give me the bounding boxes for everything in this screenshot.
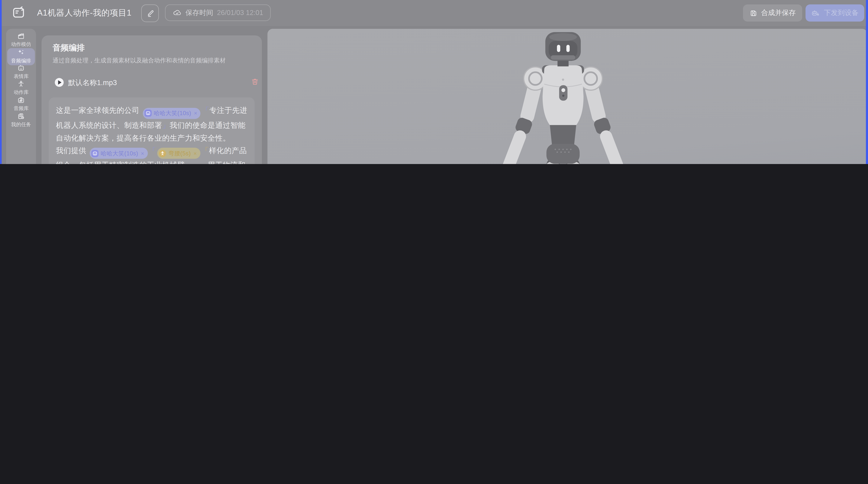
merge-save-label: 合成并保存 xyxy=(761,8,796,18)
panel-title: 音频编排 xyxy=(53,42,85,53)
save-time-value: 26/01/03 12:01 xyxy=(217,9,263,17)
script-bracket: 」 xyxy=(192,161,200,164)
top-bar: A1机器人动作-我的项目1 保存时间 26/01/03 12:01 xyxy=(2,0,866,26)
sidebar-item-expression-lib[interactable]: 表情库 xyxy=(7,64,35,80)
deploy-label: 下发到设备 xyxy=(824,8,859,18)
sidebar-item-my-tasks[interactable]: 我的任务 xyxy=(7,112,35,128)
save-icon xyxy=(749,9,757,17)
script-bracket: 」 xyxy=(200,161,208,164)
stage-region: Z Y X xyxy=(267,29,867,164)
app-logo-icon xyxy=(12,6,26,20)
script-text-segment: 这是一家全球领先的公司 xyxy=(56,106,142,115)
sidebar-item-label: 动作模仿 xyxy=(11,41,31,47)
panel-subtitle: 通过音频处理，生成音频素材以及融合动作和表情的音频编排素材 xyxy=(53,57,226,64)
sidebar-item-label: 动作库 xyxy=(13,89,29,96)
app-window: A1机器人动作-我的项目1 保存时间 26/01/03 12:01 xyxy=(0,0,868,164)
save-status: 保存时间 26/01/03 12:01 xyxy=(165,4,271,21)
robot-download-icon xyxy=(811,9,820,18)
deploy-to-device-button[interactable]: 下发到设备 xyxy=(806,4,864,22)
trash-icon xyxy=(251,77,259,86)
script-editor[interactable]: 这是一家全球领先的公司 哈哈大笑(10s)×「专注于先进机器人系统的设计、制造和… xyxy=(49,97,255,164)
remove-tag-icon[interactable]: × xyxy=(194,147,197,160)
expression-tag-icon xyxy=(91,150,98,157)
remove-tag-icon[interactable]: × xyxy=(141,147,144,160)
sidebar-item-label: 音频编排 xyxy=(11,58,31,64)
sidebar-item-audio-arrange[interactable]: 音频编排 xyxy=(7,48,35,65)
save-time-label: 保存时间 xyxy=(186,8,213,18)
audio-arrange-panel: 音频编排 通过音频处理，生成音频素材以及融合动作和表情的音频编排素材 默认名称1… xyxy=(41,35,262,164)
remove-tag-icon[interactable]: × xyxy=(194,107,197,120)
expression-tag-icon xyxy=(144,109,151,117)
expression-lib-icon xyxy=(17,64,25,72)
script-bracket: 「 xyxy=(201,147,209,155)
project-title: A1机器人动作-我的项目1 xyxy=(37,0,131,26)
action-lib-icon xyxy=(17,80,25,88)
sidebar-item-label: 我的任务 xyxy=(11,121,31,128)
clapper-icon xyxy=(17,32,25,39)
pencil-icon xyxy=(146,9,154,18)
expression-tag[interactable]: 哈哈大笑(10s)× xyxy=(90,148,148,159)
script-text: 这是一家全球领先的公司 哈哈大笑(10s)×「专注于先进机器人系统的设计、制造和… xyxy=(56,104,247,164)
merge-save-button[interactable]: 合成并保存 xyxy=(743,4,802,22)
expression-tag[interactable]: 哈哈大笑(10s)× xyxy=(143,107,200,119)
tasks-icon xyxy=(17,112,25,120)
sidebar-nav: 动作模仿音频编排表情库动作库音频库我的任务 xyxy=(6,29,36,164)
delete-audio-button[interactable] xyxy=(251,77,259,86)
sidebar-item-label: 音频库 xyxy=(13,105,29,112)
action-tag[interactable]: 弯腰(5s)× xyxy=(157,148,200,159)
sidebar-item-audio-lib[interactable]: 音频库 xyxy=(7,96,35,112)
tag-label: 弯腰(5s) xyxy=(168,147,191,160)
script-bracket: 「 xyxy=(202,106,209,115)
audio-file-name: 默认名称1.mp3 xyxy=(68,78,117,88)
action-tag-icon xyxy=(159,150,166,157)
script-bracket: 」 xyxy=(162,121,169,129)
script-bracket: 「 xyxy=(149,147,156,155)
cloud-check-icon xyxy=(173,8,182,17)
robot-model[interactable] xyxy=(489,31,637,164)
sidebar-item-label: 表情库 xyxy=(13,73,29,80)
audio-play-button[interactable] xyxy=(55,78,64,87)
sidebar-item-motion-mimic[interactable]: 动作模仿 xyxy=(7,32,35,47)
viewport-3d[interactable]: Z Y X xyxy=(267,29,867,164)
sidebar-item-action-lib[interactable]: 动作库 xyxy=(7,80,35,96)
tag-label: 哈哈大笑(10s) xyxy=(154,107,191,120)
rename-project-button[interactable] xyxy=(141,4,159,22)
script-text-segment: 我们提供 xyxy=(56,147,88,155)
audio-arrange-icon xyxy=(17,49,25,57)
tag-label: 哈哈大笑(10s) xyxy=(100,147,138,160)
audio-lib-icon xyxy=(17,96,25,104)
